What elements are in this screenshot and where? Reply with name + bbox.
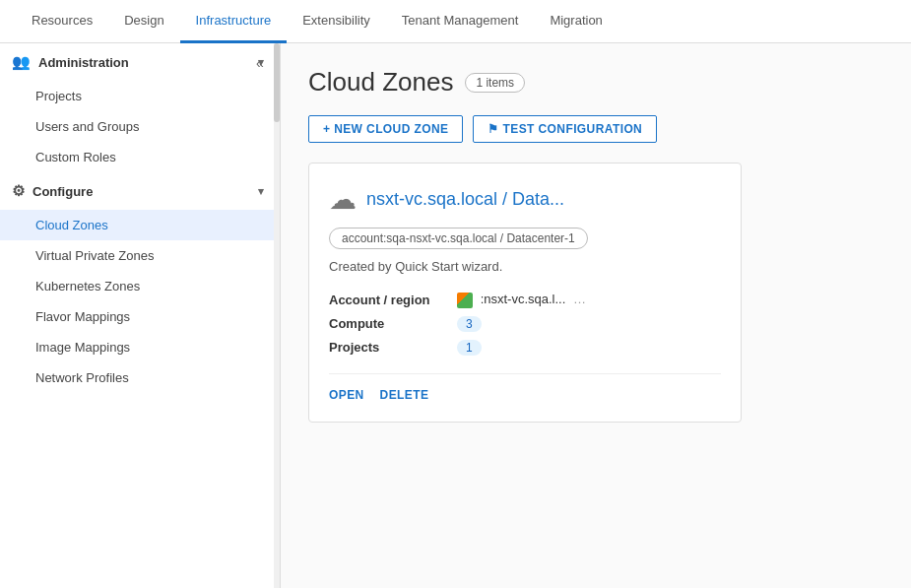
cloud-zone-icon: ☁	[329, 183, 357, 216]
configure-items: Cloud Zones Virtual Private Zones Kubern…	[0, 210, 280, 393]
card-subtitle: account:sqa-nsxt-vc.sqa.local / Datacent…	[329, 228, 588, 249]
card-description: Created by Quick Start wizard.	[329, 259, 721, 274]
nav-design[interactable]: Design	[108, 0, 179, 43]
nav-resources[interactable]: Resources	[16, 0, 108, 43]
configure-label: Configure	[33, 184, 93, 199]
card-divider	[329, 373, 721, 374]
sidebar-item-image-mappings[interactable]: Image Mappings	[0, 332, 280, 362]
sidebar-item-kubernetes-zones[interactable]: Kubernetes Zones	[0, 271, 280, 301]
sidebar-collapse-button[interactable]: «	[248, 51, 272, 75]
sidebar-item-custom-roles[interactable]: Custom Roles	[0, 142, 280, 172]
page-title: Cloud Zones	[308, 67, 453, 98]
card-title-row: ☁ nsxt-vc.sqa.local / Data...	[329, 183, 721, 216]
projects-count-badge: 1	[457, 340, 482, 356]
delete-button[interactable]: DELETE	[380, 388, 429, 402]
page-header: Cloud Zones 1 items	[308, 67, 883, 98]
account-label: Account / region	[329, 288, 457, 312]
table-row-account: Account / region :nsxt-vc.sqa.l... …	[329, 288, 721, 312]
sidebar-scrollbar-thumb	[274, 43, 280, 122]
card-details-table: Account / region :nsxt-vc.sqa.l... … Com…	[329, 288, 721, 359]
main-content: Cloud Zones 1 items + NEW CLOUD ZONE ⚑ T…	[281, 43, 911, 588]
administration-items: Projects Users and Groups Custom Roles	[0, 81, 280, 172]
projects-value: 1	[457, 336, 721, 359]
compute-value: 3	[457, 312, 721, 336]
account-region-icon	[457, 293, 473, 308]
compute-label: Compute	[329, 312, 457, 336]
configure-icon: ⚙	[12, 182, 25, 200]
administration-label: Administration	[38, 55, 129, 70]
nav-extensibility[interactable]: Extensibility	[287, 0, 386, 43]
projects-label: Projects	[329, 336, 457, 359]
configure-chevron: ▾	[258, 185, 264, 198]
items-count-badge: 1 items	[465, 73, 525, 93]
main-layout: « 👥 Administration ▾ Projects Users and …	[0, 43, 911, 588]
sidebar-item-projects[interactable]: Projects	[0, 81, 280, 111]
table-row-projects: Projects 1	[329, 336, 721, 359]
account-value: :nsxt-vc.sqa.l... …	[457, 288, 721, 312]
account-more-icon: …	[573, 292, 586, 306]
sidebar-item-network-profiles[interactable]: Network Profiles	[0, 362, 280, 393]
sidebar-item-cloud-zones[interactable]: Cloud Zones	[0, 210, 280, 240]
cloud-zone-card: ☁ nsxt-vc.sqa.local / Data... account:sq…	[308, 163, 742, 423]
card-title-link[interactable]: nsxt-vc.sqa.local / Data...	[366, 189, 564, 210]
nav-tenant-management[interactable]: Tenant Management	[386, 0, 535, 43]
new-cloud-zone-button[interactable]: + NEW CLOUD ZONE	[308, 115, 463, 143]
compute-count-badge: 3	[457, 316, 482, 332]
open-button[interactable]: OPEN	[329, 388, 364, 402]
nav-infrastructure[interactable]: Infrastructure	[180, 0, 288, 43]
nav-migration[interactable]: Migration	[534, 0, 618, 43]
sidebar: « 👥 Administration ▾ Projects Users and …	[0, 43, 281, 588]
sidebar-item-users-groups[interactable]: Users and Groups	[0, 111, 280, 142]
administration-icon: 👥	[12, 53, 31, 71]
test-configuration-button[interactable]: ⚑ TEST CONFIGURATION	[473, 115, 657, 143]
action-bar: + NEW CLOUD ZONE ⚑ TEST CONFIGURATION	[308, 115, 883, 143]
sidebar-section-configure[interactable]: ⚙ Configure ▾	[0, 172, 280, 210]
sidebar-section-administration[interactable]: 👥 Administration ▾	[0, 43, 280, 81]
top-navigation: Resources Design Infrastructure Extensib…	[0, 0, 911, 43]
sidebar-item-virtual-private-zones[interactable]: Virtual Private Zones	[0, 240, 280, 271]
sidebar-item-flavor-mappings[interactable]: Flavor Mappings	[0, 301, 280, 332]
table-row-compute: Compute 3	[329, 312, 721, 336]
card-actions: OPEN DELETE	[329, 388, 721, 402]
sidebar-scrollbar-track[interactable]	[274, 43, 280, 588]
